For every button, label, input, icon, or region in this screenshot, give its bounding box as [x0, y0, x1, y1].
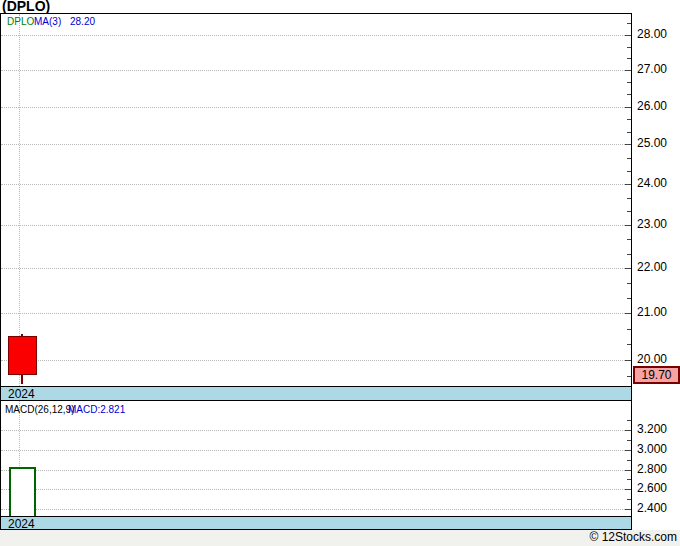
main-y-minor-tick: [627, 376, 631, 377]
main-y-axis-label: 28.00: [637, 28, 667, 40]
macd-y-major-tick: [625, 509, 631, 510]
main-y-major-tick: [625, 35, 631, 36]
main-y-minor-tick: [627, 254, 631, 255]
macd-y-axis-label: 3.000: [637, 443, 667, 455]
watermark-footer: © 12Stocks.com: [0, 530, 680, 546]
main-y-axis-label: 22.00: [637, 261, 667, 273]
macd-y-minor-tick: [627, 499, 631, 500]
main-y-minor-tick: [627, 23, 631, 24]
main-y-major-tick: [625, 313, 631, 314]
macd-legend-value: MACD:2.821: [68, 404, 125, 416]
main-chart-panel: [0, 13, 632, 401]
main-y-axis-label: 26.00: [637, 100, 667, 112]
macd-panel: [0, 400, 632, 530]
macd-y-axis-label: 3.200: [637, 423, 667, 435]
main-y-minor-tick: [627, 58, 631, 59]
macd-histogram-bar: [9, 467, 36, 516]
main-y-major-tick: [625, 107, 631, 108]
main-y-major-tick: [625, 268, 631, 269]
main-y-major-tick: [625, 70, 631, 71]
macd-gridline: [1, 509, 631, 510]
legend-ma-value: 28.20: [70, 16, 95, 28]
macd-y-minor-tick: [627, 420, 631, 421]
main-y-minor-tick: [627, 198, 631, 199]
macd-legend-label: MACD(26,12,9): [5, 404, 74, 416]
macd-gridline: [1, 430, 631, 431]
main-y-minor-tick: [627, 94, 631, 95]
main-y-minor-tick: [627, 119, 631, 120]
main-y-axis-label: 23.00: [637, 218, 667, 230]
macd-y-major-tick: [625, 489, 631, 490]
main-xaxis-year-label: 2024: [8, 387, 35, 401]
main-gridline: [1, 107, 631, 108]
macd-gridline: [1, 470, 631, 471]
legend-symbol: DPLO: [7, 16, 34, 28]
main-y-minor-tick: [627, 158, 631, 159]
main-gridline: [1, 184, 631, 185]
main-gridline: [1, 313, 631, 314]
last-price-tag: 19.70: [633, 366, 680, 384]
main-y-minor-tick: [627, 211, 631, 212]
macd-y-axis-label: 2.600: [637, 482, 667, 494]
main-y-minor-tick: [627, 171, 631, 172]
macd-gridline: [1, 489, 631, 490]
main-y-minor-tick: [627, 132, 631, 133]
main-y-minor-tick: [627, 283, 631, 284]
macd-y-major-tick: [625, 430, 631, 431]
macd-y-axis-label: 2.400: [637, 502, 667, 514]
main-gridline: [1, 70, 631, 71]
main-y-minor-tick: [627, 47, 631, 48]
macd-y-minor-tick: [627, 479, 631, 480]
main-y-major-tick: [625, 225, 631, 226]
macd-y-major-tick: [625, 470, 631, 471]
macd-y-minor-tick: [627, 440, 631, 441]
stock-chart-page: (DPLO) DPLO MA(3) 28.20 2024 19.70 MACD(…: [0, 0, 680, 546]
candle-lower-wick: [21, 375, 23, 385]
candlestick-down-body: [8, 336, 37, 374]
main-xaxis-band: 2024: [1, 386, 631, 401]
macd-gridline: [1, 450, 631, 451]
page-title: (DPLO): [2, 0, 50, 13]
main-y-major-tick: [625, 184, 631, 185]
main-y-minor-tick: [627, 239, 631, 240]
main-y-axis-label: 27.00: [637, 63, 667, 75]
main-y-axis-label: 24.00: [637, 177, 667, 189]
main-y-axis-label: 20.00: [637, 353, 667, 365]
legend-ma-label: MA(3): [34, 16, 61, 28]
macd-xaxis-year-label: 2024: [8, 517, 35, 531]
main-y-minor-tick: [627, 82, 631, 83]
macd-xaxis-band: 2024: [1, 516, 631, 530]
macd-y-axis-label: 2.800: [637, 463, 667, 475]
main-gridline: [1, 225, 631, 226]
macd-y-major-tick: [625, 450, 631, 451]
main-y-minor-tick: [627, 329, 631, 330]
macd-y-minor-tick: [627, 460, 631, 461]
main-y-axis-label: 25.00: [637, 137, 667, 149]
main-y-major-tick: [625, 144, 631, 145]
main-y-minor-tick: [627, 298, 631, 299]
main-y-axis-label: 21.00: [637, 306, 667, 318]
main-y-minor-tick: [627, 344, 631, 345]
main-y-major-tick: [625, 360, 631, 361]
main-gridline: [1, 144, 631, 145]
main-gridline: [1, 360, 631, 361]
main-gridline: [1, 268, 631, 269]
main-gridline: [1, 35, 631, 36]
